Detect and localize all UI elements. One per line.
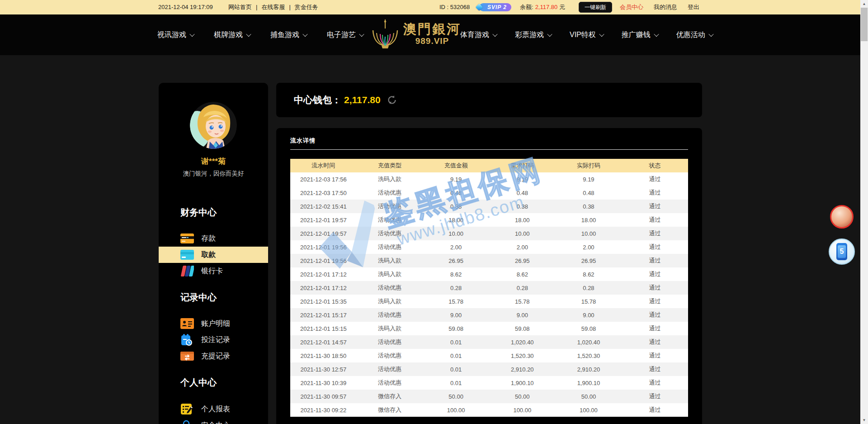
- bet-record-icon: [180, 334, 196, 346]
- logout-link[interactable]: 登出: [688, 0, 699, 14]
- browser-scrollbar[interactable]: ▲ ▼: [860, 0, 868, 424]
- cell-actual-turnover: 8.62: [556, 271, 622, 278]
- cell-type: 微信存入: [357, 406, 423, 414]
- table-row: 2021-11-30 09:57 微信存入 50.00 50.00 50.00 …: [290, 390, 688, 403]
- site-logo[interactable]: 澳門銀河 989.VIP: [371, 19, 461, 49]
- flow-details-title: 流水详情: [290, 137, 688, 145]
- sidebar-item-security-center[interactable]: 安全中心: [159, 417, 268, 424]
- nav-menu-label: 体育游戏: [460, 30, 489, 40]
- cell-time: 2021-12-03 17:56: [290, 176, 357, 183]
- cell-type: 活动优惠: [357, 229, 423, 238]
- cell-type: 微信存入: [357, 392, 423, 400]
- table-row: 2021-12-01 19:57 活动优惠 18.00 18.00 18.00 …: [290, 213, 688, 227]
- sidebar-item-account-detail[interactable]: 账户明细: [159, 315, 268, 332]
- table-row: 2021-12-01 19:56 活动优惠 2.00 2.00 2.00 通过: [290, 240, 688, 254]
- nav-menu-label: 捕鱼游戏: [270, 30, 299, 40]
- cell-status: 通过: [622, 311, 688, 319]
- cell-type: 活动优惠: [357, 352, 423, 360]
- cell-amount: 8.62: [423, 271, 489, 278]
- table-row: 2021-12-01 14:57 活动优惠 0.01 1,020.40 1,02…: [290, 335, 688, 349]
- chevron-down-icon: [359, 32, 364, 37]
- cell-actual-turnover: 59.08: [556, 325, 622, 332]
- cell-amount: 50.00: [423, 393, 489, 400]
- cell-amount: 26.95: [423, 257, 489, 264]
- cell-amount: 9.00: [423, 312, 489, 319]
- member-center-link[interactable]: 会员中心: [620, 0, 643, 14]
- cell-time: 2021-12-01 19:57: [290, 217, 357, 224]
- nav-menu-label: 推广赚钱: [622, 30, 651, 40]
- cell-required-turnover: 0.28: [489, 285, 556, 291]
- sidebar-item-bank-card[interactable]: 银行卡: [159, 263, 268, 279]
- scrollbar-down-arrow[interactable]: ▼: [860, 416, 868, 424]
- nav-menu-label: 优惠活动: [676, 30, 705, 40]
- chevron-down-icon: [246, 32, 251, 37]
- table-row: 2021-12-01 15:15 洗码入款 59.08 59.08 59.08 …: [290, 322, 688, 335]
- cell-amount: 10.00: [423, 230, 489, 237]
- table-body: 2021-12-03 17:56 洗码入款 9.19 9.19 9.19 通过 …: [290, 172, 688, 417]
- nav-menu-label: VIP特权: [570, 30, 596, 40]
- cell-actual-turnover: 100.00: [556, 407, 622, 414]
- topbar-link[interactable]: 赏金任务: [285, 0, 318, 14]
- sidebar-item-deposit-withdraw-record[interactable]: 充提记录: [159, 348, 268, 364]
- nav-menu-item[interactable]: VIP特权: [570, 30, 604, 40]
- cell-required-turnover: 0.38: [489, 203, 556, 210]
- customer-service-float-icon[interactable]: [830, 205, 854, 229]
- one-key-refresh-button[interactable]: 一键刷新: [579, 2, 612, 13]
- cell-amount: 0.48: [423, 190, 489, 196]
- nav-menu-item[interactable]: 推广赚钱: [622, 30, 658, 40]
- nav-menu-item[interactable]: 彩票游戏: [515, 30, 552, 40]
- sidebar-item-withdraw[interactable]: 取款: [159, 247, 268, 263]
- cell-required-turnover: 9.19: [489, 176, 556, 183]
- topbar-links: 网站首页在线客服赏金任务: [228, 0, 318, 14]
- withdraw-card-icon: [180, 249, 196, 261]
- topbar-link[interactable]: 在线客服: [252, 0, 285, 14]
- sidebar-item-label: 取款: [201, 250, 216, 260]
- nav-menu-item[interactable]: 优惠活动: [676, 30, 713, 40]
- cell-required-turnover: 59.08: [489, 325, 556, 332]
- section-heading-records: 记录中心: [159, 291, 268, 304]
- topbar-link[interactable]: 网站首页: [228, 0, 252, 14]
- flow-details-card: 流水详情 流水时间充值类型充值金额需求打码实际打码状态 2021-12-03 1…: [276, 128, 702, 424]
- my-messages-link[interactable]: 我的消息: [654, 0, 677, 14]
- sidebar-item-label: 安全中心: [201, 421, 230, 424]
- cell-required-turnover: 100.00: [489, 407, 556, 414]
- cell-required-turnover: 1,900.10: [489, 380, 556, 386]
- cell-actual-turnover: 9.00: [556, 312, 622, 319]
- sidebar-item-label: 存款: [201, 234, 216, 243]
- sidebar-item-deposit[interactable]: 存款: [159, 230, 268, 247]
- avatar: [190, 102, 237, 149]
- cell-status: 通过: [622, 189, 688, 197]
- wallet-label: 中心钱包：: [294, 94, 341, 106]
- nav-menu-item[interactable]: 电子游艺: [327, 30, 363, 40]
- cell-actual-turnover: 2,910.20: [556, 366, 622, 373]
- sidebar-item-bet-record[interactable]: 投注记录: [159, 332, 268, 348]
- cell-amount: 9.19: [423, 176, 489, 183]
- nav-menu-item[interactable]: 体育游戏: [460, 30, 497, 40]
- app-download-float-icon[interactable]: 5: [829, 238, 855, 265]
- scrollbar-up-arrow[interactable]: ▲: [860, 0, 868, 8]
- cell-time: 2021-11-30 10:39: [290, 380, 357, 386]
- cell-status: 通过: [622, 270, 688, 278]
- cell-time: 2021-12-01 15:35: [290, 298, 357, 305]
- cell-required-turnover: 1,520.30: [489, 353, 556, 359]
- sidebar-item-label: 账户明细: [201, 319, 230, 329]
- cell-time: 2021-12-01 14:57: [290, 339, 357, 346]
- wallet-refresh-icon[interactable]: [387, 95, 397, 105]
- nav-menu-item[interactable]: 捕鱼游戏: [270, 30, 307, 40]
- fountain-logo-icon: [371, 19, 400, 49]
- cell-required-turnover: 50.00: [489, 393, 556, 400]
- logo-subtitle: 989.VIP: [415, 36, 449, 46]
- cell-time: 2021-11-30 09:57: [290, 393, 357, 400]
- chevron-down-icon: [708, 32, 713, 37]
- nav-menu-item[interactable]: 视讯游戏: [157, 30, 194, 40]
- cell-amount: 100.00: [423, 407, 489, 414]
- cell-actual-turnover: 50.00: [556, 393, 622, 400]
- table-row: 2021-11-30 12:57 活动优惠 0.01 2,910.20 2,91…: [290, 362, 688, 376]
- nav-menu-item[interactable]: 棋牌游戏: [214, 30, 250, 40]
- sidebar-item-personal-report[interactable]: 个人报表: [159, 401, 268, 417]
- cell-status: 通过: [622, 324, 688, 333]
- cell-status: 通过: [622, 216, 688, 224]
- scrollbar-thumb[interactable]: [861, 8, 868, 41]
- cell-type: 洗码入款: [357, 175, 423, 183]
- wallet-amount: 2,117.80: [344, 95, 381, 105]
